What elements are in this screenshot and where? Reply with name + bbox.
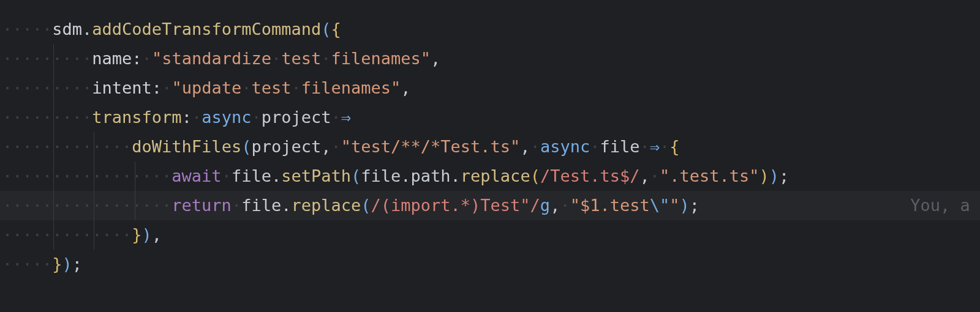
token: async [540, 137, 590, 156]
indent-guide [94, 191, 94, 220]
token: project [251, 137, 321, 156]
code-line[interactable]: ·········transform:·async·project·⇒ [0, 103, 980, 132]
token: replace [461, 166, 530, 185]
token: · [530, 137, 540, 156]
token: · [560, 196, 570, 215]
token: file [600, 137, 639, 156]
code-line[interactable]: ·········name:·"standardize·test·filenam… [0, 44, 980, 73]
indent-guide [135, 191, 135, 220]
token: /(import.*)Test"/ [371, 196, 540, 215]
indent-guide [135, 162, 135, 191]
token: , [520, 137, 530, 156]
token: file [361, 166, 401, 185]
token: · [331, 137, 341, 156]
token: intent [92, 78, 152, 97]
token: · [241, 78, 251, 97]
whitespace: ····· [2, 20, 52, 39]
git-blame-annotation: You, a [910, 191, 980, 220]
token: ) [142, 225, 152, 244]
token: ( [241, 137, 251, 156]
token: , [401, 78, 410, 97]
token: path [411, 166, 451, 185]
indent-guide [94, 162, 94, 191]
token: { [331, 20, 341, 39]
token: " [669, 196, 679, 215]
token: , [550, 196, 560, 215]
token: , [321, 137, 331, 156]
indent-guide [94, 220, 94, 250]
token: · [232, 196, 241, 215]
whitespace: ····· [2, 254, 52, 273]
code-line[interactable]: ·············}), [0, 220, 980, 250]
token: ( [361, 196, 371, 215]
token: ( [321, 20, 331, 39]
token: test [251, 78, 291, 97]
token: { [669, 137, 679, 156]
token: g [540, 196, 550, 215]
token: replace [291, 196, 361, 215]
code-editor[interactable]: ·····sdm.addCodeTransformCommand({······… [0, 0, 980, 279]
token: . [401, 166, 410, 185]
token: ) [679, 196, 689, 215]
token: /Test.ts$/ [540, 166, 640, 185]
token: · [222, 166, 232, 185]
token: doWithFiles [132, 137, 241, 156]
token: ; [779, 166, 789, 185]
code-line[interactable]: ·········intent:·"update·test·filenames"… [0, 73, 980, 103]
whitespace: ················· [2, 196, 172, 215]
token: ( [530, 166, 540, 185]
token: · [650, 166, 660, 185]
token: · [660, 137, 669, 156]
code-line[interactable]: ·················return·file.replace(/(i… [0, 191, 980, 220]
token: · [590, 137, 600, 156]
indent-guide [53, 73, 54, 103]
token: · [251, 108, 261, 127]
token: "standardize [152, 49, 271, 68]
token: } [52, 254, 62, 273]
code-line[interactable]: ·····}); [0, 250, 980, 279]
token: · [321, 49, 331, 68]
token: return [172, 196, 232, 215]
token: file [232, 166, 271, 185]
token: , [152, 225, 162, 244]
token: ) [769, 166, 779, 185]
indent-guide [53, 44, 54, 73]
whitespace: ········· [2, 49, 92, 68]
token: ; [690, 196, 699, 215]
code-line[interactable]: ·····sdm.addCodeTransformCommand({ [0, 15, 980, 44]
token: ( [351, 166, 361, 185]
token: ⇒ [341, 108, 351, 127]
token: name [92, 49, 132, 68]
token: · [162, 78, 172, 97]
line-content: ·················await·file.setPath(file… [2, 166, 789, 185]
token: filenames" [331, 49, 431, 68]
token: "test/**/*Test.ts" [341, 137, 521, 156]
code-line[interactable]: ·················await·file.setPath(file… [0, 162, 980, 191]
token: : [152, 78, 162, 97]
token: transform [92, 108, 181, 127]
indent-guide [53, 132, 54, 162]
line-content: ·····sdm.addCodeTransformCommand({ [2, 20, 341, 39]
token: "$1.test [570, 196, 650, 215]
token: · [291, 78, 301, 97]
whitespace: ········· [2, 78, 92, 97]
token: project [262, 108, 331, 127]
line-content: ·····}); [2, 254, 82, 273]
token: ⇒ [650, 137, 660, 156]
line-content: ·········name:·"standardize·test·filenam… [2, 49, 440, 68]
indent-guide [53, 191, 54, 220]
token: · [271, 49, 281, 68]
token: async [202, 108, 251, 127]
whitespace: ············· [2, 137, 132, 156]
token: : [132, 49, 141, 68]
token: . [451, 166, 461, 185]
token: "update [172, 78, 241, 97]
code-line[interactable]: ·············doWithFiles(project,·"test/… [0, 132, 980, 162]
indent-guide [94, 132, 94, 162]
token: file [241, 196, 281, 215]
line-content: ·················return·file.replace(/(i… [2, 196, 699, 215]
token: filenames" [301, 78, 401, 97]
token: : [182, 108, 192, 127]
token: addCodeTransformCommand [92, 20, 321, 39]
token: } [132, 225, 141, 244]
